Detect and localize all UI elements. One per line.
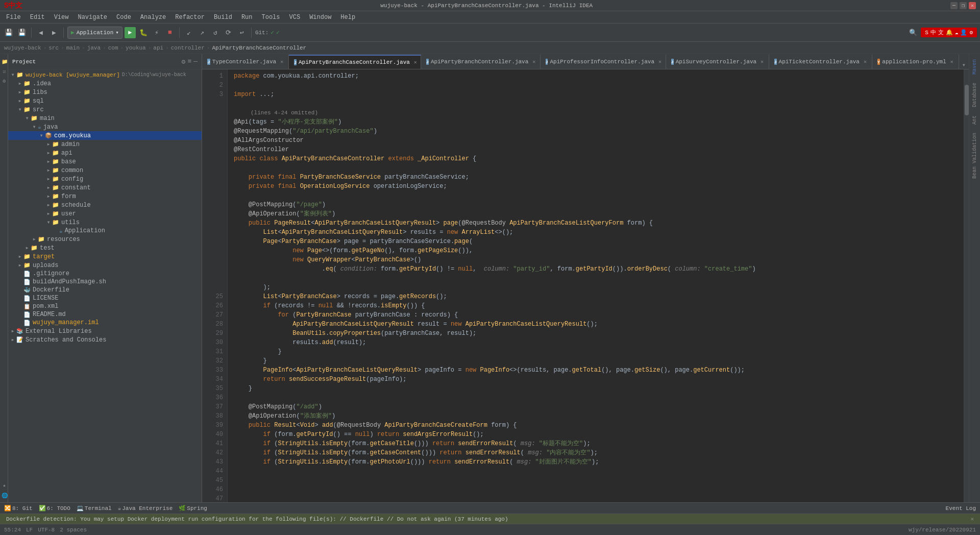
sidebar-icon-2[interactable]: ≡ xyxy=(187,58,191,66)
tree-idea[interactable]: ▸📁.idea xyxy=(8,79,202,88)
menu-code[interactable]: Code xyxy=(112,13,135,22)
tab-close-4[interactable]: ✕ xyxy=(658,59,662,65)
breadcrumb-java[interactable]: java xyxy=(87,45,101,51)
toolbar-back[interactable]: ◀ xyxy=(35,27,46,38)
menu-run[interactable]: Run xyxy=(237,13,257,22)
tab-apppro[interactable]: Y application-pro.yml ✕ xyxy=(872,55,959,69)
tab-apiticket[interactable]: J ApiTicketController.java ✕ xyxy=(769,55,872,69)
tab-close-5[interactable]: ✕ xyxy=(761,59,764,65)
todo-btn[interactable]: ✅6: TODO xyxy=(39,505,70,512)
stop-button[interactable]: ■ xyxy=(164,27,176,38)
tree-user[interactable]: ▸📁user xyxy=(8,209,202,218)
toolbar-vcs4[interactable]: ⟳ xyxy=(223,27,234,38)
tab-close-7[interactable]: ✕ xyxy=(950,59,953,65)
toolbar-forward[interactable]: ▶ xyxy=(48,27,60,38)
menu-edit[interactable]: Edit xyxy=(26,13,49,22)
tree-schedule[interactable]: ▸📁schedule xyxy=(8,201,202,209)
tree-main[interactable]: ▾📁main xyxy=(8,114,202,123)
toolbar-vcs1[interactable]: ↙ xyxy=(183,27,194,38)
bean-validation-panel-btn[interactable]: Bean Validation xyxy=(971,130,978,182)
ant-panel-btn[interactable]: Ant xyxy=(971,112,978,128)
tree-dockerfile[interactable]: 🐳Dockerfile xyxy=(8,286,202,294)
tree-buildpush[interactable]: 📄buildAndPushImage.sh xyxy=(8,278,202,286)
toolbar-vcs5[interactable]: ↩ xyxy=(236,27,248,38)
tree-resources[interactable]: ▸📁resources xyxy=(8,235,202,244)
run-config-selector[interactable]: ▶ Application ▾ xyxy=(67,27,122,39)
breadcrumb-file[interactable]: ApiPartyBranchCaseController xyxy=(212,45,306,51)
tree-common[interactable]: ▸📁common xyxy=(8,166,202,175)
tree-iml[interactable]: 📄wujuye_manager.iml xyxy=(8,319,202,327)
tree-libs[interactable]: ▸📁libs xyxy=(8,88,202,96)
code-editor[interactable]: 1 2 3 · · · · · · · · · · · · · xyxy=(202,69,969,502)
spring-btn[interactable]: 🌿Spring xyxy=(179,505,207,512)
commit-icon[interactable]: ☑ xyxy=(1,66,7,76)
tree-base[interactable]: ▸📁base xyxy=(8,157,202,166)
debug-button[interactable]: 🐛 xyxy=(138,27,149,38)
tree-sql[interactable]: ▸📁sql xyxy=(8,96,202,105)
structure-icon[interactable]: ⚙ xyxy=(1,76,7,86)
menu-help[interactable]: Help xyxy=(336,13,359,22)
breadcrumb-controller[interactable]: controller xyxy=(171,45,205,51)
tree-config[interactable]: ▸📁config xyxy=(8,175,202,183)
tree-gitignore[interactable]: 📄.gitignore xyxy=(8,270,202,278)
tab-close-6[interactable]: ✕ xyxy=(864,59,867,65)
tree-src[interactable]: ▾📁src xyxy=(8,105,202,114)
tree-test[interactable]: ▸📁test xyxy=(8,244,202,252)
close-button[interactable]: ✕ xyxy=(969,2,976,9)
tree-utils[interactable]: ▾📁utils xyxy=(8,218,202,227)
sidebar-icon-3[interactable]: — xyxy=(193,58,198,66)
toolbar-save2[interactable]: 💾 xyxy=(16,27,28,38)
menu-build[interactable]: Build xyxy=(210,13,236,22)
java-enterprise-btn[interactable]: ☕Java Enterprise xyxy=(118,505,173,512)
menu-analyze[interactable]: Analyze xyxy=(136,13,170,22)
code-content[interactable]: package com.youkua.api.controller; impor… xyxy=(228,69,964,502)
tree-java[interactable]: ▾☕java xyxy=(8,123,202,131)
notification-close[interactable]: ✕ xyxy=(970,516,974,522)
maximize-button[interactable]: ❐ xyxy=(960,2,967,9)
scrollbar-thumb[interactable] xyxy=(965,85,969,115)
sidebar-icon-1[interactable]: ⚙ xyxy=(182,58,186,66)
tree-com-youkua[interactable]: ▾📦com.youkua xyxy=(8,131,202,140)
toolbar-search[interactable]: 🔍 xyxy=(908,27,919,38)
project-icon[interactable]: 📁 xyxy=(1,56,7,66)
tree-application[interactable]: ☕Application xyxy=(8,227,202,235)
tab-apipartybranchcase[interactable]: J ApiPartyBranchCaseController.java ✕ xyxy=(289,55,421,69)
tab-apipartybranch[interactable]: J ApiPartyBranchController.java ✕ xyxy=(421,55,541,69)
tree-uploads[interactable]: ▸📁uploads xyxy=(8,261,202,270)
tree-api[interactable]: ▸📁api xyxy=(8,149,202,157)
tree-target[interactable]: ▸📁target xyxy=(8,252,202,261)
breadcrumb-src[interactable]: src xyxy=(48,45,59,51)
minimize-button[interactable]: — xyxy=(950,2,958,9)
run-button[interactable]: ▶ xyxy=(125,27,136,38)
menu-view[interactable]: View xyxy=(50,13,73,22)
menu-tools[interactable]: Tools xyxy=(258,13,284,22)
tree-admin[interactable]: ▸📁admin xyxy=(8,140,202,149)
coverage-button[interactable]: ⚡ xyxy=(151,27,162,38)
breadcrumb-com[interactable]: com xyxy=(108,45,118,51)
breadcrumb-main[interactable]: main xyxy=(66,45,80,51)
tree-pomxml[interactable]: 📋pom.xml xyxy=(8,302,202,310)
menu-window[interactable]: Window xyxy=(305,13,335,22)
breadcrumb-youkua[interactable]: youkua xyxy=(126,45,146,51)
menu-navigate[interactable]: Navigate xyxy=(74,13,111,22)
vertical-scrollbar[interactable] xyxy=(964,69,969,502)
menu-vcs[interactable]: VCS xyxy=(285,13,305,22)
tree-readme[interactable]: 📄README.md xyxy=(8,310,202,319)
terminal-btn[interactable]: 💻Terminal xyxy=(77,505,112,512)
tab-typecontroller[interactable]: J TypeController.java ✕ xyxy=(202,55,289,69)
tree-form[interactable]: ▸📁form xyxy=(8,192,202,201)
tab-close-3[interactable]: ✕ xyxy=(532,59,535,65)
toolbar-vcs2[interactable]: ↗ xyxy=(197,27,208,38)
web-icon[interactable]: 🌐 xyxy=(1,490,7,500)
menu-refactor[interactable]: Refactor xyxy=(171,13,209,22)
tab-apisurvey[interactable]: J ApiSurveyController.java ✕ xyxy=(666,55,769,69)
menu-file[interactable]: File xyxy=(2,13,25,22)
favorites-icon[interactable]: ★ xyxy=(1,480,7,490)
database-panel-btn[interactable]: Database xyxy=(971,80,978,110)
maven-panel-btn[interactable]: Maven xyxy=(971,56,978,78)
tab-close-2[interactable]: ✕ xyxy=(414,59,417,65)
breadcrumb-api[interactable]: api xyxy=(153,45,163,51)
tab-more-button[interactable]: ▾ xyxy=(959,61,969,69)
tab-close-1[interactable]: ✕ xyxy=(280,59,283,65)
toolbar-save[interactable]: 💾 xyxy=(3,27,14,38)
